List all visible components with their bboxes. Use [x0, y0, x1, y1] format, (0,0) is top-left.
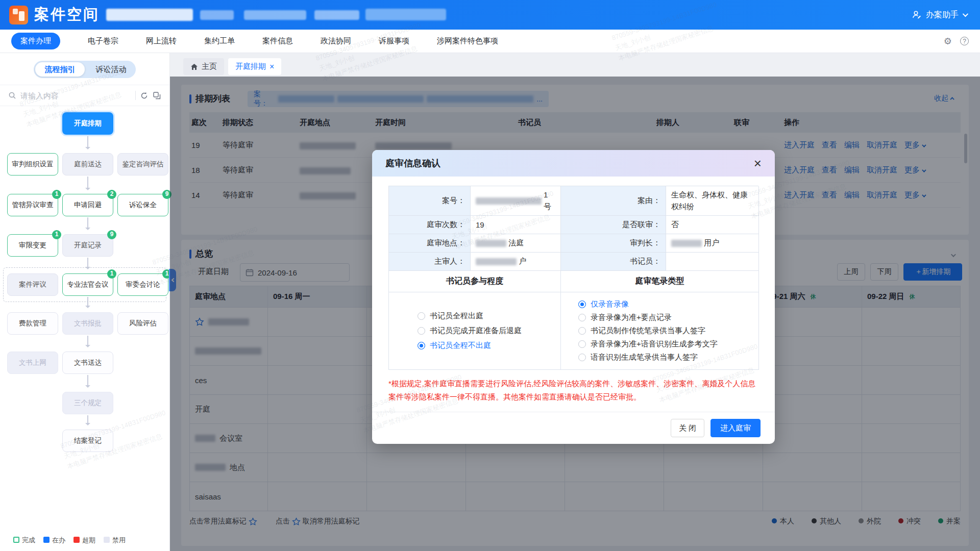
flow-node-three-rules[interactable]: 三个规定 — [62, 392, 113, 414]
flow-node-recusal[interactable]: 申请回避2 — [62, 194, 113, 216]
sidebar-search — [0, 85, 169, 106]
nav-item-e-file[interactable]: 电子卷宗 — [88, 36, 118, 46]
record-type-options: 仅录音录像 录音录像为准+要点记录 书记员制作传统笔录供当事人签字 录音录像为准… — [561, 292, 759, 370]
top-header: 案件空间 办案助手 — [0, 0, 980, 30]
flow-node-preservation[interactable]: 诉讼保全9 — [117, 194, 168, 216]
chief-judge-label: 主审人： — [389, 253, 471, 271]
flow-node-risk-assessment[interactable]: 风险评估 — [117, 312, 168, 335]
flow-node-trial-org[interactable]: 审判组织设置 — [7, 153, 58, 176]
dialog-title: 庭审信息确认 — [385, 157, 440, 169]
chevron-down-icon — [963, 11, 968, 17]
flow-node-fee-management[interactable]: 费款管理 — [7, 312, 58, 335]
clerk-value — [666, 253, 759, 271]
dialog-footer: 关 闭 进入庭审 — [372, 412, 775, 444]
legend-disabled-swatch — [104, 537, 110, 543]
radio-clerk-leave-after-prep[interactable]: 书记员完成开庭准备后退庭 — [418, 326, 522, 336]
radio-traditional-record[interactable]: 书记员制作传统笔录供当事人签字 — [578, 326, 705, 336]
session-count-label: 庭审次数： — [389, 216, 471, 234]
redacted-header-text — [365, 9, 446, 20]
case-no-value: 1号 — [471, 186, 561, 216]
radio-icon — [578, 327, 586, 335]
nav-item-service-items[interactable]: 诉服事项 — [379, 36, 409, 46]
search-input[interactable] — [20, 91, 131, 100]
radio-icon — [578, 340, 586, 348]
location-value: 法庭 — [471, 234, 561, 253]
cause-label: 案由： — [561, 186, 666, 216]
flow-node-doc-delivery[interactable]: 文书送达 — [62, 352, 113, 374]
close-button[interactable]: 关 闭 — [671, 419, 704, 437]
nav-item-case-info[interactable]: 案件信息 — [262, 36, 293, 46]
chief-judge-value: 户 — [471, 253, 561, 271]
sidebar: 流程指引 诉讼活动 开庭排期 审判组织设置 庭前送达 鉴定咨询评估 管 — [0, 53, 170, 551]
hearing-confirm-dialog: 庭审信息确认 × 案号： 1号 案由： 生命权、身体权、健康权纠纷 庭审次数： … — [372, 150, 775, 444]
legend-working-swatch — [43, 537, 50, 543]
radio-clerk-full-attend[interactable]: 书记员全程出庭 — [418, 311, 483, 321]
flow-arrow — [87, 415, 88, 424]
close-tab-icon[interactable]: × — [270, 62, 274, 71]
case-no-label: 案号： — [389, 186, 471, 216]
nav-item-legal-collab[interactable]: 政法协同 — [321, 36, 351, 46]
nav-item-case-handling[interactable]: 案件办理 — [11, 33, 60, 49]
flow-node-trial-limit-change[interactable]: 审限变更1 — [7, 234, 58, 257]
radio-av-plus-asr[interactable]: 录音录像为准+语音识别生成参考文字 — [578, 339, 718, 349]
count-badge: 1 — [52, 190, 61, 199]
nav-item-work-order[interactable]: 集约工单 — [204, 36, 235, 46]
flow-node-judge-meeting[interactable]: 专业法官会议1 — [62, 273, 113, 296]
flow-node-doc-online[interactable]: 文书上网 — [7, 352, 58, 374]
app-logo-icon — [9, 6, 28, 24]
count-badge: 9 — [107, 230, 116, 239]
assistant-menu[interactable]: 办案助手 — [912, 10, 967, 20]
close-icon[interactable]: × — [754, 157, 762, 170]
flow-node-hearing-record[interactable]: 开庭记录9 — [62, 234, 113, 257]
search-icon — [8, 91, 16, 99]
radio-av-only[interactable]: 仅录音录像 — [578, 299, 629, 309]
tab-litigation-activity[interactable]: 诉讼活动 — [86, 61, 136, 78]
clerk-label: 书记员： — [561, 253, 666, 271]
redacted-header-text — [314, 10, 359, 20]
flow-node-court-schedule[interactable]: 开庭排期 — [62, 112, 113, 135]
help-icon[interactable]: ? — [960, 37, 969, 45]
redacted-header-text — [200, 10, 234, 20]
page-tabs: 主页 开庭排期 × — [170, 58, 281, 75]
flow-arrow — [87, 375, 88, 386]
tab-process-guide[interactable]: 流程指引 — [35, 62, 85, 77]
joint-trial-value: 否 — [666, 216, 759, 234]
count-badge: 1 — [52, 230, 61, 239]
main-nav: 案件办理 电子卷宗 网上流转 集约工单 案件信息 政法协同 诉服事项 涉网案件特… — [0, 30, 980, 53]
radio-av-plus-notes[interactable]: 录音录像为准+要点记录 — [578, 313, 672, 322]
layers-icon[interactable] — [153, 91, 161, 100]
radio-icon — [578, 354, 586, 361]
radio-clerk-no-attend[interactable]: 书记员全程不出庭 — [418, 341, 491, 350]
flow-arrow — [87, 258, 88, 268]
dialog-header: 庭审信息确认 × — [372, 150, 775, 177]
live-broadcast-warning: *根据规定,案件庭审直播需要进行风险评估,经风险评估较高的案件、涉敏感案件、涉密… — [388, 377, 758, 404]
flow-arrow — [87, 177, 88, 189]
refresh-icon[interactable] — [140, 91, 149, 100]
location-label: 庭审地点： — [389, 234, 471, 253]
flow-node-committee-discussion[interactable]: 审委会讨论1 — [117, 273, 168, 296]
nav-item-internet-case[interactable]: 涉网案件特色事项 — [437, 36, 498, 46]
flow-node-pretrial-delivery[interactable]: 庭前送达 — [62, 153, 113, 176]
flow-node-doc-approval[interactable]: 文书报批 — [62, 312, 113, 335]
gear-icon[interactable]: ⚙ — [944, 36, 952, 47]
home-icon — [190, 63, 198, 70]
divider — [135, 91, 136, 100]
radio-asr-record-sign[interactable]: 语音识别生成笔录供当事人签字 — [578, 353, 698, 362]
flow-node-jurisdiction-objection[interactable]: 管辖异议审查1 — [7, 194, 58, 216]
legend-overdue-swatch — [74, 537, 80, 543]
redacted-header-text — [244, 10, 306, 20]
count-badge: 1 — [107, 269, 116, 279]
session-count-value: 19 — [471, 216, 561, 234]
tab-court-schedule[interactable]: 开庭排期 × — [228, 58, 281, 75]
tab-home[interactable]: 主页 — [183, 58, 224, 75]
radio-icon — [578, 300, 586, 308]
flow-node-case-review[interactable]: 案件评议 — [7, 273, 58, 296]
enter-hearing-button[interactable]: 进入庭审 — [710, 419, 761, 437]
sidebar-toggle: 流程指引 诉讼活动 — [34, 61, 136, 78]
radio-icon — [418, 312, 425, 320]
process-flowchart: 开庭排期 审判组织设置 庭前送达 鉴定咨询评估 管辖异议审查1 申请回避2 诉讼… — [0, 107, 169, 522]
nav-item-online-flow[interactable]: 网上流转 — [146, 36, 177, 46]
count-badge: 2 — [107, 190, 116, 199]
flow-node-appraisal[interactable]: 鉴定咨询评估 — [117, 153, 168, 176]
flow-node-case-closing[interactable]: 结案登记 — [62, 430, 113, 452]
